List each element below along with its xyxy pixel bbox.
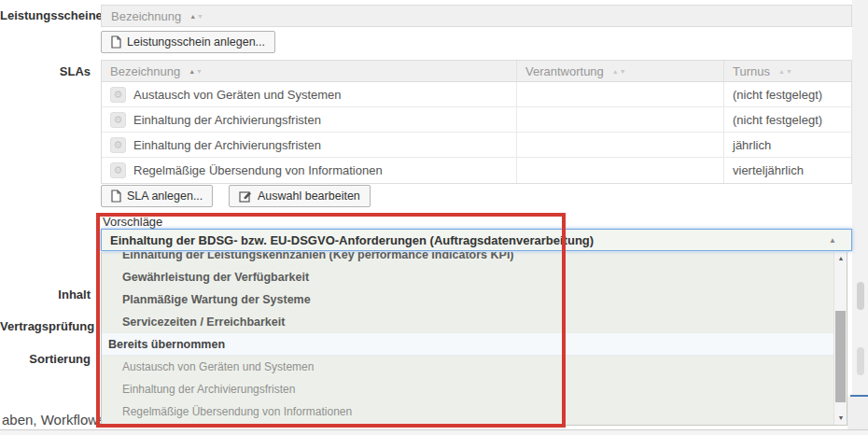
slas-label: SLAs — [0, 64, 91, 78]
inhalt-label: Inhalt — [0, 288, 91, 302]
vorschlaege-label: Vorschläge — [103, 215, 162, 229]
vorschlaege-dropdown-list: Einhaltung der Leistungskennzahlen (Key … — [101, 252, 847, 426]
dropdown-section-header: Bereits übernommen — [102, 333, 833, 356]
combobox-selected-value: Einhaltung der BDSG- bzw. EU-DSGVO-Anfor… — [110, 233, 829, 247]
sla-gear-icon: ⚙ — [110, 137, 126, 153]
sort-asc-icon[interactable]: ▲ — [189, 68, 196, 75]
table-row[interactable]: ⚙Einhaltung der Archivierungsfristen (ni… — [102, 107, 851, 133]
leistungsscheine-label: Leistungsscheine — [0, 8, 91, 22]
sort-asc-icon[interactable]: ▲ — [189, 13, 197, 20]
sla-bezeichnung[interactable]: Einhaltung der Archivierungsfristen — [133, 138, 321, 152]
sla-gear-icon: ⚙ — [110, 87, 126, 103]
leistungsscheine-column-bezeichnung[interactable]: Bezeichnung — [111, 9, 181, 23]
sla-bezeichnung[interactable]: Einhaltung der Archivierungsfristen — [133, 113, 321, 127]
column-header-turnus[interactable]: Turnus ▲▼ — [724, 61, 851, 81]
sla-turnus[interactable]: (nicht festgelegt) — [724, 82, 851, 106]
column-header-bezeichnung[interactable]: Bezeichnung ▲▼ — [102, 61, 517, 81]
dropdown-option[interactable]: Planmäßige Wartung der Systeme — [102, 288, 833, 311]
sort-icons[interactable]: ▲▼ — [612, 68, 627, 75]
sla-table: Bezeichnung ▲▼ Verantwortung ▲▼ Turnus ▲… — [101, 60, 852, 184]
background-scrollbar-fragment — [857, 347, 864, 375]
table-row[interactable]: ⚙Regelmäßige Übersendung von Information… — [102, 158, 851, 183]
dropdown-option-taken[interactable]: Regelmäßige Übersendung von Informatione… — [102, 400, 833, 423]
dropdown-option[interactable]: Gewährleistung der Verfügbarkeit — [102, 266, 833, 288]
sort-icons[interactable]: ▲▼ — [778, 68, 793, 75]
dropdown-items: Einhaltung der Leistungskennzahlen (Key … — [102, 252, 833, 425]
table-row[interactable]: ⚙Einhaltung der Archivierungsfristen jäh… — [102, 133, 851, 158]
sort-desc-icon[interactable]: ▼ — [197, 13, 204, 20]
dropdown-option-taken[interactable]: Einhaltung der Archivierungsfristen — [102, 378, 833, 400]
table-row[interactable]: ⚙Austausch von Geräten und Systemen (nic… — [102, 82, 851, 107]
sla-verantwortung[interactable] — [517, 133, 724, 157]
sort-asc-icon[interactable]: ▲ — [778, 68, 786, 75]
vertragspruefung-label: Vertragsprüfung — [0, 319, 91, 333]
dropdown-scrollbar[interactable]: ▲ ▼ — [833, 252, 847, 425]
sla-bezeichnung[interactable]: Regelmäßige Übersendung von Informatione… — [133, 163, 383, 177]
sort-desc-icon[interactable]: ▼ — [786, 68, 793, 75]
sla-turnus[interactable]: vierteljährlich — [724, 158, 851, 183]
sla-verantwortung[interactable] — [517, 82, 724, 106]
sla-anlegen-button[interactable]: SLA anlegen... — [101, 185, 213, 207]
scroll-down-icon[interactable]: ▼ — [834, 412, 847, 425]
bottom-strip — [0, 430, 868, 435]
leistungsscheine-table-header[interactable]: Bezeichnung ▲▼ — [101, 5, 852, 27]
vorschlaege-combobox[interactable]: Einhaltung der BDSG- bzw. EU-DSGVO-Anfor… — [101, 229, 852, 251]
column-header-verantwortung[interactable]: Verantwortung ▲▼ — [517, 61, 724, 81]
sort-desc-icon[interactable]: ▼ — [620, 68, 627, 75]
button-label: Leistungsschein anlegen... — [127, 35, 265, 49]
new-document-icon — [111, 35, 121, 49]
sla-turnus[interactable]: (nicht festgelegt) — [724, 107, 851, 132]
sortierung-label: Sortierung — [0, 352, 91, 366]
sort-icons[interactable]: ▲▼ — [189, 13, 204, 20]
sla-table-header-row: Bezeichnung ▲▼ Verantwortung ▲▼ Turnus ▲… — [102, 61, 851, 82]
auswahl-bearbeiten-button[interactable]: Auswahl bearbeiten — [229, 185, 371, 207]
sort-icons[interactable]: ▲▼ — [189, 68, 203, 75]
sort-desc-icon[interactable]: ▼ — [196, 68, 203, 75]
sla-gear-icon: ⚙ — [110, 112, 126, 128]
sla-verantwortung[interactable] — [517, 158, 724, 183]
sla-turnus[interactable]: jährlich — [724, 133, 851, 157]
button-label: SLA anlegen... — [127, 189, 203, 203]
sla-bezeichnung[interactable]: Austausch von Geräten und Systemen — [133, 88, 342, 102]
sla-verantwortung[interactable] — [517, 107, 724, 132]
sla-gear-icon: ⚙ — [110, 162, 126, 178]
button-label: Auswahl bearbeiten — [258, 189, 360, 203]
scroll-up-icon[interactable]: ▲ — [834, 252, 847, 265]
sort-asc-icon[interactable]: ▲ — [612, 68, 620, 75]
background-border-fragment — [850, 395, 868, 397]
background-scrollbar-fragment — [857, 282, 864, 310]
collapse-arrow-icon[interactable]: ▲ — [829, 236, 836, 245]
dropdown-option-taken[interactable]: Austausch von Geräten und Systemen — [102, 356, 833, 378]
edit-icon — [239, 190, 252, 203]
new-document-icon — [111, 189, 121, 203]
leistungsschein-anlegen-button[interactable]: Leistungsschein anlegen... — [101, 31, 275, 53]
dropdown-option[interactable]: Servicezeiten / Erreichbarkeit — [102, 311, 833, 333]
scrollbar-thumb[interactable] — [835, 311, 846, 402]
background-panel-fragment — [847, 397, 868, 429]
dropdown-option[interactable]: Einhaltung der Leistungskennzahlen (Key … — [102, 252, 833, 266]
